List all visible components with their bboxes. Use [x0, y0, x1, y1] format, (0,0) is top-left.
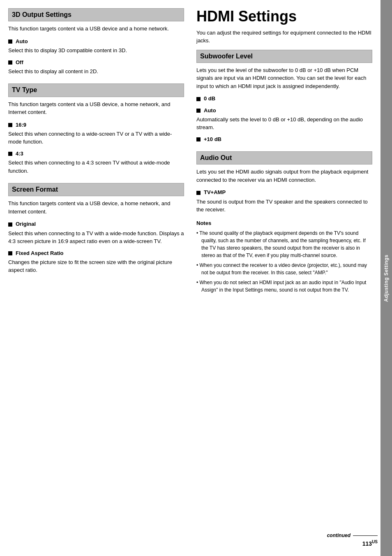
page-number: 113US — [327, 539, 378, 548]
section-audio-out-intro: Lets you set the HDMI audio signals outp… — [196, 168, 372, 184]
black-square-icon — [196, 109, 201, 113]
subsection-tvamp: TV+AMP The sound is output from the TV s… — [196, 189, 372, 213]
continued-line-icon — [353, 535, 378, 536]
subsection-off-title: Off — [8, 59, 184, 66]
black-square-icon — [8, 123, 12, 127]
black-square-icon — [8, 60, 12, 65]
section-subwoofer: Subwoofer Level Lets you set the level o… — [196, 50, 372, 143]
right-column: HDMI Settings You can adjust the require… — [196, 8, 372, 540]
subsection-original: Original Select this when connecting to … — [8, 220, 184, 245]
subsection-auto: Auto Select this to display 3D compatibl… — [8, 38, 184, 55]
subsection-off-body: Select this to display all content in 2D… — [8, 67, 184, 76]
section-subwoofer-intro: Lets you set the level of the subwoofer … — [196, 66, 372, 90]
section-subwoofer-header: Subwoofer Level — [196, 50, 372, 63]
subsection-auto-body: Select this to display 3D compatible con… — [8, 46, 184, 55]
subsection-tvamp-title: TV+AMP — [196, 189, 372, 196]
left-column: 3D Output Settings This function targets… — [8, 8, 188, 540]
subsection-auto-title: Auto — [8, 38, 184, 45]
subsection-sub-auto-body: Automatically sets the level to 0 dB or … — [196, 116, 372, 132]
section-screen-format-header: Screen Format — [8, 183, 184, 196]
subsection-original-body: Select this when connecting to a TV with… — [8, 229, 184, 246]
continued-text: continued — [327, 532, 378, 539]
subsection-original-title: Original — [8, 220, 184, 228]
section-audio-out: Audio Out Lets you set the HDMI audio si… — [196, 151, 372, 294]
black-square-icon — [8, 39, 12, 44]
section-tv-type-intro: This function targets content via a USB … — [8, 100, 184, 116]
black-square-icon — [196, 97, 201, 101]
subsection-tvamp-body: The sound is output from the TV speaker … — [196, 198, 372, 214]
subsection-sub-auto-title: Auto — [196, 107, 372, 114]
subsection-169: 16:9 Select this when connecting to a wi… — [8, 121, 184, 146]
subsection-sub-auto: Auto Automatically sets the level to 0 d… — [196, 107, 372, 132]
section-tv-type-header: TV Type — [8, 83, 184, 97]
vertical-tab: Adjusting Settings — [380, 0, 392, 556]
section-3d-output-header: 3D Output Settings — [8, 8, 184, 21]
notes-title: Notes — [196, 220, 372, 227]
note-item-3: When you do not select an HDMI input jac… — [196, 279, 372, 294]
section-3d-output-intro: This function targets content via a USB … — [8, 25, 184, 33]
page-footer: continued 113US — [327, 532, 378, 548]
subsection-10db: +10 dB — [196, 136, 372, 143]
subsection-0db: 0 dB — [196, 95, 372, 102]
subsection-43-body: Select this when connecting to a 4:3 scr… — [8, 159, 184, 175]
black-square-icon — [8, 251, 12, 255]
section-3d-output: 3D Output Settings This function targets… — [8, 8, 184, 75]
notes-section: Notes The sound quality of the playback … — [196, 220, 372, 294]
subsection-off: Off Select this to display all content i… — [8, 59, 184, 76]
subsection-fixed-aspect-title: Fixed Aspect Ratio — [8, 250, 184, 257]
subsection-169-title: 16:9 — [8, 121, 184, 129]
page-title: HDMI Settings — [196, 8, 372, 25]
continued-label: continued — [327, 532, 350, 539]
subsection-fixed-aspect: Fixed Aspect Ratio Changes the picture s… — [8, 250, 184, 274]
notes-list: The sound quality of the playback equipm… — [196, 229, 372, 294]
black-square-icon — [8, 222, 12, 227]
subsection-10db-title: +10 dB — [196, 136, 372, 143]
section-screen-format: Screen Format This function targets cont… — [8, 183, 184, 274]
page-intro: You can adjust the required settings for… — [196, 29, 372, 45]
subsection-0db-title: 0 dB — [196, 95, 372, 102]
section-audio-out-header: Audio Out — [196, 151, 372, 164]
note-item-1: The sound quality of the playback equipm… — [196, 229, 372, 259]
black-square-icon — [196, 191, 201, 195]
subsection-169-body: Select this when connecting to a wide-sc… — [8, 130, 184, 146]
black-square-icon — [8, 152, 12, 156]
note-item-2: When you connect the receiver to a video… — [196, 262, 372, 276]
vertical-tab-label: Adjusting Settings — [383, 255, 390, 302]
black-square-icon — [196, 137, 201, 141]
subsection-43: 4:3 Select this when connecting to a 4:3… — [8, 150, 184, 175]
section-screen-format-intro: This function targets content via a USB … — [8, 199, 184, 215]
section-tv-type: TV Type This function targets content vi… — [8, 83, 184, 175]
subsection-43-title: 4:3 — [8, 150, 184, 158]
subsection-fixed-aspect-body: Changes the picture size to fit the scre… — [8, 258, 184, 274]
